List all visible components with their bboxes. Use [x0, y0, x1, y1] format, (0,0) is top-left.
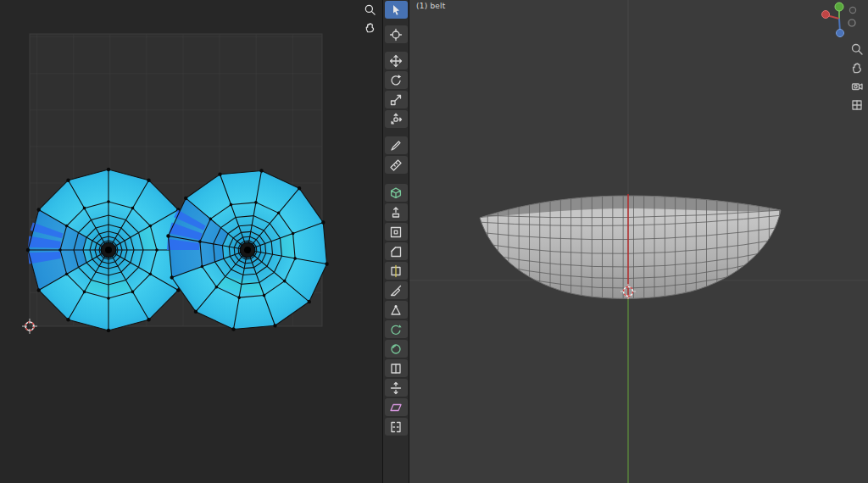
- tool-edge-slide-button[interactable]: [385, 359, 408, 377]
- uv-editor-panel[interactable]: [0, 0, 383, 483]
- hull-wireframe: [469, 186, 808, 314]
- uv-zoom-button[interactable]: [363, 3, 376, 16]
- mesh-object-belt[interactable]: [469, 186, 808, 314]
- rip-region-icon: [389, 420, 403, 434]
- gizmo-axis-x-red[interactable]: [822, 11, 830, 19]
- knife-icon: [389, 284, 403, 297]
- gizmo-axis-negative-1[interactable]: [849, 19, 855, 26]
- viewport-header-label: (1) belt: [416, 2, 446, 10]
- viewport-camera-button[interactable]: [850, 80, 864, 93]
- navigation-gizmo[interactable]: [814, 0, 863, 44]
- orthographic-grid-icon: [850, 98, 864, 112]
- select-box-icon: [389, 3, 403, 17]
- uv-pan-button[interactable]: [363, 20, 376, 34]
- tool-select-box-button[interactable]: [385, 1, 408, 19]
- tool-add-cube-button[interactable]: [385, 184, 408, 202]
- viewport-side-controls: [850, 42, 864, 112]
- extrude-region-icon: [389, 206, 403, 219]
- tool-extrude-button[interactable]: [385, 203, 408, 221]
- tool-shrink-fatten-button[interactable]: [385, 379, 408, 397]
- zoom-icon: [364, 3, 376, 16]
- loop-cut-icon: [389, 264, 403, 278]
- inset-faces-icon: [389, 225, 403, 239]
- transform-icon: [389, 113, 403, 126]
- viewport-pan-button[interactable]: [850, 61, 864, 75]
- measure-ruler-icon: [389, 158, 403, 172]
- gizmo-axis-negative-2[interactable]: [849, 7, 855, 13]
- tool-move-button[interactable]: [385, 52, 408, 69]
- tool-shear-button[interactable]: [385, 398, 408, 416]
- scale-icon: [389, 93, 403, 107]
- gizmo-axis-y-green[interactable]: [835, 3, 843, 11]
- tool-smooth-button[interactable]: [385, 340, 408, 358]
- viewport-canvas[interactable]: [409, 0, 868, 483]
- tool-bevel-button[interactable]: [385, 242, 408, 260]
- viewport-ortho-button[interactable]: [850, 98, 864, 112]
- tool-knife-button[interactable]: [385, 281, 408, 299]
- tool-measure-button[interactable]: [385, 156, 408, 174]
- zoom-icon: [850, 42, 864, 56]
- cursor-icon: [389, 28, 403, 42]
- tool-scale-button[interactable]: [385, 91, 408, 108]
- tool-rip-region-button[interactable]: [385, 418, 408, 436]
- tool-shelf: [383, 0, 409, 483]
- tool-cursor-button[interactable]: [385, 25, 408, 43]
- blender-window: (1) belt: [0, 0, 868, 483]
- smooth-icon: [389, 342, 403, 356]
- poly-build-icon: [389, 303, 403, 317]
- hand-icon: [364, 21, 376, 34]
- move-icon: [389, 54, 403, 68]
- add-cube-icon: [389, 186, 403, 200]
- tool-annotate-button[interactable]: [385, 136, 408, 154]
- uv-editor-overlay-controls: [363, 3, 376, 34]
- tool-inset-button[interactable]: [385, 223, 408, 241]
- bevel-icon: [389, 245, 403, 258]
- tool-transform-button[interactable]: [385, 110, 408, 128]
- shrink-fatten-icon: [389, 381, 403, 395]
- edge-slide-icon: [389, 362, 403, 375]
- tool-poly-build-button[interactable]: [385, 301, 408, 319]
- annotate-pencil-icon: [389, 139, 403, 153]
- gizmo-axis-z-blue[interactable]: [837, 30, 844, 37]
- hand-icon: [850, 61, 864, 75]
- viewport-zoom-button[interactable]: [850, 42, 864, 56]
- rotate-icon: [389, 74, 403, 87]
- tool-spin-button[interactable]: [385, 320, 408, 338]
- camera-icon: [850, 80, 864, 93]
- spin-icon: [389, 323, 403, 336]
- uv-canvas[interactable]: [0, 0, 383, 483]
- viewport-3d[interactable]: (1) belt: [409, 0, 868, 483]
- shear-icon: [389, 401, 403, 414]
- tool-rotate-button[interactable]: [385, 71, 408, 89]
- tool-loop-cut-button[interactable]: [385, 262, 408, 280]
